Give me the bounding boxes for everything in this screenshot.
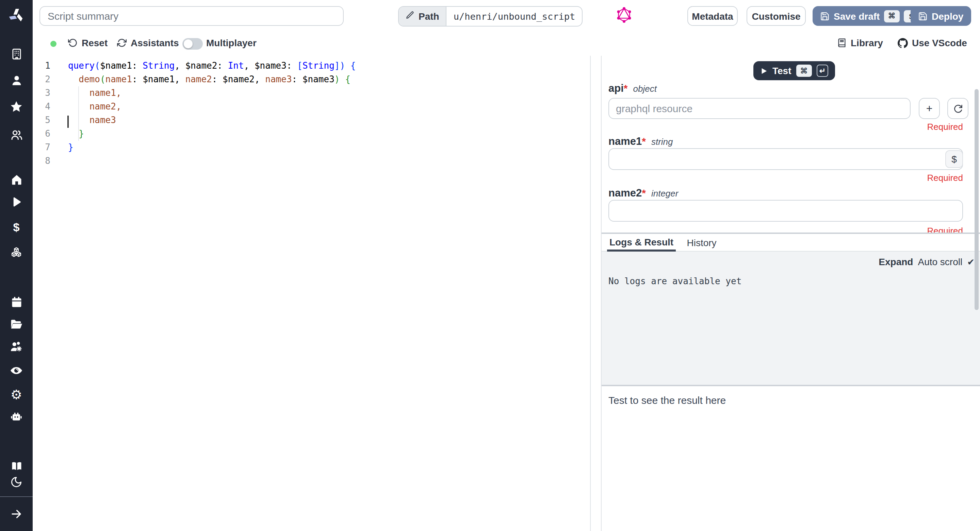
kbd-command: ⌘	[796, 65, 812, 77]
customise-button[interactable]: Customise	[746, 6, 806, 26]
result-placeholder-text: Test to see the result here	[608, 394, 726, 406]
path-value[interactable]: u/henri/unbound_script	[447, 7, 582, 26]
run-panel: Test ⌘ ↵ api* object + Required name1* s…	[601, 56, 980, 531]
save-icon	[820, 11, 830, 21]
text-cursor	[67, 116, 68, 128]
deploy-button[interactable]: Deploy	[911, 6, 971, 26]
path-label-section[interactable]: Path	[399, 7, 447, 26]
field-label-api: api* object	[608, 82, 657, 95]
star-icon[interactable]	[10, 100, 23, 114]
deploy-label: Deploy	[932, 11, 963, 21]
gear-icon[interactable]: ⚙	[10, 388, 23, 401]
users-icon[interactable]	[10, 128, 23, 141]
top-bar: Path u/henri/unbound_script Metadata Cus…	[33, 0, 980, 33]
path-pill[interactable]: Path u/henri/unbound_script	[398, 6, 582, 27]
refresh-cw-icon	[117, 38, 127, 48]
code-line: name2,	[68, 100, 356, 114]
play-icon	[760, 67, 768, 74]
code-line: name1,	[68, 86, 356, 100]
variable-picker-button[interactable]: $	[945, 150, 963, 168]
add-resource-button[interactable]: +	[919, 98, 940, 119]
expand-button[interactable]: Expand	[878, 256, 913, 267]
code-line: demo(name1: $name1, name2: $name2, name3…	[68, 73, 356, 86]
refresh-resource-button[interactable]	[947, 98, 969, 119]
autoscroll-label: Auto scroll	[918, 256, 962, 267]
folder-open-icon[interactable]	[10, 317, 23, 331]
sidebar: $	[0, 0, 33, 531]
name2-input[interactable]	[608, 200, 963, 222]
code-line: }	[68, 127, 356, 141]
book-open-icon[interactable]	[10, 459, 23, 472]
autoscroll-checkbox[interactable]: ✔	[967, 257, 975, 267]
editor-toolbar: Reset Assistants Multiplayer Library Use…	[33, 32, 980, 56]
user-group-gear-icon[interactable]	[10, 340, 23, 353]
code-editor[interactable]: 12345678 query($name1: String, $name2: I…	[33, 56, 591, 531]
book-icon	[837, 38, 846, 48]
github-icon	[898, 38, 908, 48]
windmill-logo-icon[interactable]	[8, 8, 24, 24]
use-vscode-button[interactable]: Use VScode	[898, 37, 967, 48]
status-dot	[50, 41, 56, 47]
home-icon[interactable]	[10, 173, 23, 186]
moon-icon[interactable]	[10, 475, 23, 489]
building-icon[interactable]	[10, 47, 23, 60]
dollar-icon[interactable]: $	[10, 221, 23, 235]
kbd-command: ⌘	[884, 10, 899, 22]
rotate-ccw-icon	[68, 38, 78, 48]
save-draft-button[interactable]: Save draft ⌘ S	[813, 6, 927, 26]
name1-input[interactable]	[608, 148, 963, 170]
result-panel: Test to see the result here	[601, 386, 980, 531]
bottom-tabs: Logs & Result History	[601, 234, 980, 252]
path-label: Path	[418, 11, 439, 22]
eye-icon[interactable]	[10, 364, 23, 377]
play-icon[interactable]	[10, 195, 23, 209]
reset-button[interactable]: Reset	[68, 37, 108, 48]
tab-logs-result[interactable]: Logs & Result	[607, 234, 676, 252]
save-draft-label: Save draft	[834, 11, 880, 21]
required-badge: Required	[608, 122, 963, 132]
logs-empty-text: No logs are available yet	[608, 276, 741, 286]
robot-icon[interactable]	[10, 410, 23, 423]
pencil-icon	[406, 11, 414, 22]
panel-splitter[interactable]	[591, 56, 601, 531]
test-button[interactable]: Test ⌘ ↵	[753, 61, 835, 80]
multiplayer-label: Multiplayer	[206, 37, 256, 48]
code-line	[68, 154, 356, 168]
field-label-name1: name1* string	[608, 135, 673, 147]
save-icon	[918, 11, 928, 21]
code-lines[interactable]: query($name1: String, $name2: Int, $name…	[68, 59, 356, 168]
calendar-icon[interactable]	[10, 295, 23, 309]
library-button[interactable]: Library	[837, 37, 883, 48]
tab-history[interactable]: History	[682, 234, 721, 252]
logs-panel: Expand Auto scroll ✔ No logs are availab…	[601, 252, 980, 385]
sidebar-divider	[0, 496, 33, 497]
kbd-enter: ↵	[817, 65, 828, 77]
arrow-right-icon[interactable]	[10, 507, 23, 521]
graphql-logo-icon	[616, 7, 632, 23]
code-line: query($name1: String, $name2: Int, $name…	[68, 59, 356, 73]
code-line: name3	[68, 114, 356, 127]
cubes-icon[interactable]	[10, 246, 23, 260]
line-numbers: 12345678	[33, 59, 50, 168]
scrollbar[interactable]	[975, 89, 978, 310]
required-badge: Required	[608, 226, 963, 233]
metadata-button[interactable]: Metadata	[687, 6, 738, 26]
assistants-button[interactable]: Assistants	[117, 37, 179, 48]
code-line: }	[68, 141, 356, 154]
app-window: $	[0, 0, 980, 531]
arguments-section: Test ⌘ ↵ api* object + Required name1* s…	[601, 56, 980, 233]
user-icon[interactable]	[10, 73, 23, 87]
script-summary-input[interactable]	[40, 6, 344, 26]
field-label-name2: name2* integer	[608, 187, 678, 199]
required-badge: Required	[608, 173, 963, 183]
api-resource-input[interactable]	[608, 98, 911, 119]
toggle-knob	[184, 40, 192, 48]
multiplayer-toggle[interactable]	[182, 38, 203, 50]
